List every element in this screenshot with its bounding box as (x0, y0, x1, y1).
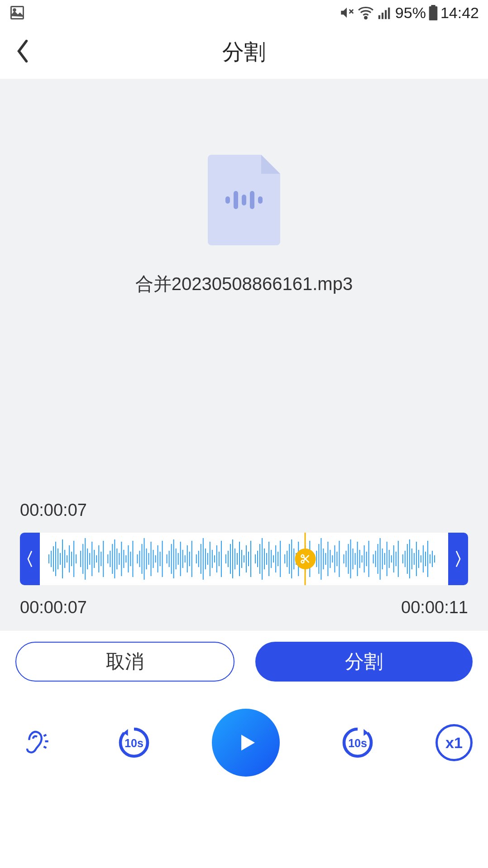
status-bar: 95% 14:42 (0, 0, 488, 25)
svg-text:10s: 10s (124, 737, 144, 749)
wifi-icon (357, 4, 374, 21)
start-time-label: 00:00:07 (20, 598, 87, 617)
chevron-left-icon (14, 38, 31, 64)
svg-point-171 (301, 560, 304, 563)
signal-icon (377, 5, 392, 20)
chevron-left-icon (26, 550, 33, 568)
split-button[interactable]: 分割 (255, 642, 473, 682)
svg-rect-0 (11, 7, 24, 19)
play-icon (232, 729, 259, 756)
svg-point-1 (14, 9, 16, 11)
file-fold-corner (261, 155, 280, 174)
svg-text:10s: 10s (348, 737, 367, 749)
rewind-10s-button[interactable]: 10s (114, 722, 154, 763)
player-controls: 10s 10s x1 (0, 682, 488, 777)
audio-wave-icon (225, 191, 263, 209)
forward-icon: 10s (340, 725, 376, 761)
svg-line-176 (44, 747, 47, 748)
ear-icon (20, 727, 52, 758)
mute-icon (339, 5, 354, 20)
status-right: 95% 14:42 (339, 4, 479, 22)
svg-rect-9 (431, 5, 435, 6)
forward-10s-button[interactable]: 10s (337, 722, 378, 763)
split-marker-badge (295, 548, 316, 569)
rewind-icon: 10s (116, 725, 152, 761)
back-button[interactable] (14, 38, 31, 66)
waveform-body[interactable] (40, 533, 448, 585)
action-buttons: 取消 分割 (0, 631, 488, 682)
waveform-handle-left[interactable] (20, 533, 40, 585)
app-bar: 分割 (0, 25, 488, 79)
end-time-label: 00:00:11 (401, 598, 468, 617)
content-area: 合并20230508866161.mp3 (0, 79, 488, 501)
current-time-label: 00:00:07 (20, 501, 468, 520)
svg-rect-6 (382, 13, 383, 19)
scissors-icon (300, 553, 311, 564)
waveform-visualization (40, 533, 448, 585)
picture-icon (9, 5, 25, 21)
svg-rect-10 (429, 6, 438, 20)
clock-time: 14:42 (440, 4, 479, 22)
waveform-section: 00:00:07 (0, 501, 488, 631)
listen-button[interactable] (15, 722, 56, 763)
speed-label: x1 (445, 734, 463, 752)
svg-point-4 (364, 17, 367, 19)
chevron-right-icon (455, 550, 462, 568)
split-marker[interactable] (305, 533, 306, 585)
status-left (9, 5, 25, 21)
svg-line-174 (44, 735, 47, 736)
svg-point-170 (301, 555, 304, 558)
time-labels-bottom: 00:00:07 00:00:11 (20, 598, 468, 617)
waveform-container[interactable] (20, 533, 468, 585)
svg-rect-5 (378, 15, 380, 19)
speed-button[interactable]: x1 (435, 724, 473, 761)
audio-file-icon (208, 155, 280, 245)
cancel-button[interactable]: 取消 (15, 642, 234, 682)
battery-icon (429, 5, 438, 20)
battery-percent: 95% (395, 4, 426, 22)
page-title: 分割 (0, 38, 488, 67)
filename-label: 合并20230508866161.mp3 (135, 272, 353, 296)
waveform-handle-right[interactable] (448, 533, 468, 585)
svg-rect-8 (388, 8, 390, 19)
svg-rect-7 (385, 10, 387, 19)
play-button[interactable] (212, 709, 280, 777)
